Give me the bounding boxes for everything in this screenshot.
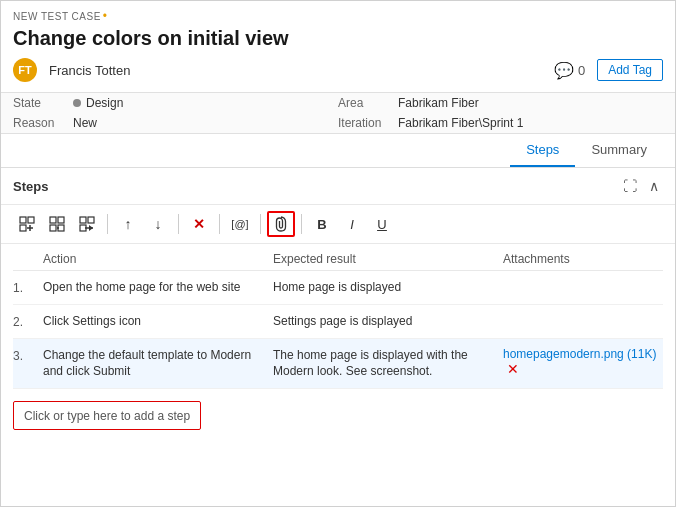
toolbar-sep-3 <box>219 214 220 234</box>
step-expected-1[interactable]: Home page is displayed <box>273 279 503 296</box>
toolbar: ↑ ↓ ✕ [@] B I <box>1 205 675 244</box>
add-step-text: Click or type here to add a step <box>24 409 190 423</box>
step-action-3[interactable]: Change the default template to Modern an… <box>43 347 273 381</box>
svg-rect-6 <box>58 217 64 223</box>
step-num-2: 2. <box>13 313 43 329</box>
attachment-icon <box>274 216 288 232</box>
state-text: Design <box>86 96 123 110</box>
expand-icon[interactable]: ⛶ <box>619 176 641 196</box>
meta-row-1: State Design Area Fabrikam Fiber <box>1 93 675 113</box>
main-window: NEW TEST CASE • Change colors on initial… <box>0 0 676 507</box>
reason-label: Reason <box>13 116 73 130</box>
state-label: State <box>13 96 73 110</box>
svg-rect-7 <box>50 225 56 231</box>
svg-rect-1 <box>28 217 34 223</box>
steps-table: Action Expected result Attachments 1. Op… <box>1 244 675 393</box>
area-label: Area <box>338 96 398 110</box>
toolbar-sep-4 <box>260 214 261 234</box>
underline-button[interactable]: U <box>368 211 396 237</box>
table-row: 3. Change the default template to Modern… <box>13 339 663 390</box>
bold-icon: B <box>317 217 326 232</box>
add-step-area[interactable]: Click or type here to add a step <box>13 401 201 430</box>
add-tag-button[interactable]: Add Tag <box>597 59 663 81</box>
step-action-2[interactable]: Click Settings icon <box>43 313 273 330</box>
work-item-type-label: NEW TEST CASE • <box>13 9 663 23</box>
move-up-icon: ↑ <box>125 216 132 232</box>
italic-icon: I <box>350 217 354 232</box>
tab-steps-label: Steps <box>526 142 559 157</box>
toolbar-sep-1 <box>107 214 108 234</box>
svg-rect-11 <box>88 217 94 223</box>
step-num-1: 1. <box>13 279 43 295</box>
underline-icon: U <box>377 217 386 232</box>
window-header: NEW TEST CASE • Change colors on initial… <box>1 1 675 93</box>
state-value: Design <box>73 96 123 110</box>
avatar: FT <box>13 58 37 82</box>
col-header-action: Action <box>43 252 273 266</box>
iteration-col: Iteration Fabrikam Fiber\Sprint 1 <box>338 116 663 130</box>
meta-section: State Design Area Fabrikam Fiber Reason … <box>1 93 675 134</box>
comment-count-area: 💬 0 <box>554 61 585 80</box>
steps-col-headers: Action Expected result Attachments <box>13 248 663 271</box>
insert-shared-steps-button[interactable] <box>43 211 71 237</box>
tab-summary-label: Summary <box>591 142 647 157</box>
svg-rect-5 <box>50 217 56 223</box>
state-dot <box>73 99 81 107</box>
attachment-link[interactable]: homepagemodern.png (11K) <box>503 347 656 361</box>
steps-controls: ⛶ ∧ <box>619 176 663 196</box>
insert-step-action-button[interactable] <box>73 211 101 237</box>
italic-button[interactable]: I <box>338 211 366 237</box>
meta-row-2: Reason New Iteration Fabrikam Fiber\Spri… <box>1 113 675 133</box>
step-attachment-3: homepagemodern.png (11K) ✕ <box>503 347 663 377</box>
iteration-label: Iteration <box>338 116 398 130</box>
step-num-3: 3. <box>13 347 43 363</box>
area-value: Fabrikam Fiber <box>398 96 479 110</box>
attachment-delete-icon[interactable]: ✕ <box>507 361 519 377</box>
comment-icon: 💬 <box>554 61 574 80</box>
delete-icon: ✕ <box>193 216 205 232</box>
insert-step-action-icon <box>79 216 95 232</box>
area-col: Area Fabrikam Fiber <box>338 96 663 110</box>
collapse-icon[interactable]: ∧ <box>645 176 663 196</box>
bold-button[interactable]: B <box>308 211 336 237</box>
type-text: NEW TEST CASE <box>13 11 101 22</box>
insert-step-button[interactable] <box>13 211 41 237</box>
page-title: Change colors on initial view <box>13 27 289 50</box>
svg-rect-2 <box>20 225 26 231</box>
steps-header: Steps ⛶ ∧ <box>1 168 675 205</box>
reason-value: New <box>73 116 97 130</box>
move-down-icon: ↓ <box>155 216 162 232</box>
avatar-initials: FT <box>18 64 31 76</box>
user-name: Francis Totten <box>49 63 130 78</box>
attachment-button[interactable] <box>267 211 295 237</box>
ref-button[interactable]: [@] <box>226 211 254 237</box>
table-row: 1. Open the home page for the web site H… <box>13 271 663 305</box>
move-up-button[interactable]: ↑ <box>114 211 142 237</box>
delete-button[interactable]: ✕ <box>185 211 213 237</box>
step-action-1[interactable]: Open the home page for the web site <box>43 279 273 296</box>
toolbar-sep-2 <box>178 214 179 234</box>
svg-rect-10 <box>80 217 86 223</box>
content-area: Steps ⛶ ∧ <box>1 168 675 506</box>
comment-count-value: 0 <box>578 63 585 78</box>
insert-shared-steps-icon <box>49 216 65 232</box>
col-header-num <box>13 252 43 266</box>
tab-steps[interactable]: Steps <box>510 134 575 167</box>
toolbar-sep-5 <box>301 214 302 234</box>
unsaved-indicator: • <box>103 9 108 23</box>
user-bar: FT Francis Totten 💬 0 Add Tag <box>13 58 663 92</box>
tab-summary[interactable]: Summary <box>575 134 663 167</box>
step-expected-2[interactable]: Settings page is displayed <box>273 313 503 330</box>
col-header-attachments: Attachments <box>503 252 663 266</box>
reason-col: Reason New <box>13 116 338 130</box>
step-expected-3[interactable]: The home page is displayed with the Mode… <box>273 347 503 381</box>
ref-icon: [@] <box>231 218 248 230</box>
table-row: 2. Click Settings icon Settings page is … <box>13 305 663 339</box>
svg-rect-0 <box>20 217 26 223</box>
iteration-value: Fabrikam Fiber\Sprint 1 <box>398 116 523 130</box>
state-col: State Design <box>13 96 338 110</box>
move-down-button[interactable]: ↓ <box>144 211 172 237</box>
tabs-row: Steps Summary <box>1 134 675 168</box>
title-bar: Change colors on initial view <box>13 27 663 50</box>
svg-marker-14 <box>89 225 93 231</box>
